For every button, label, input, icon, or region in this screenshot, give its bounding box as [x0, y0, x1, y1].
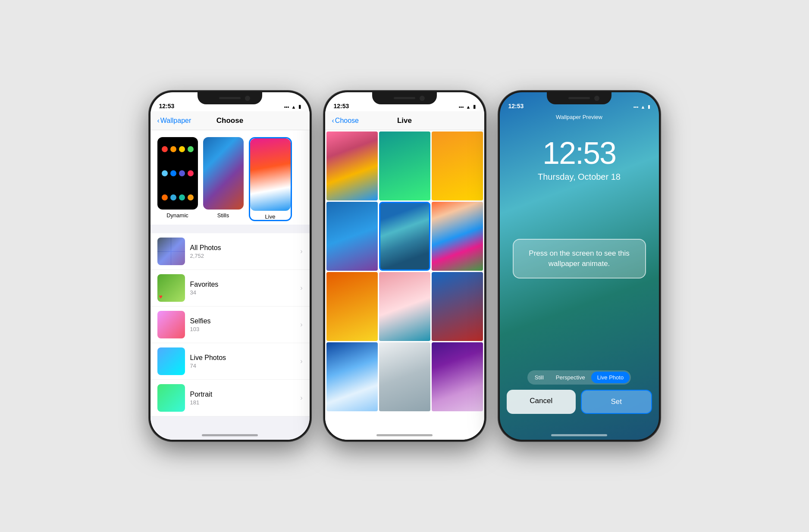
status-icons-2: ▪▪▪ ▲ ▮ [459, 104, 476, 110]
nav-back-1[interactable]: ‹ Wallpaper [157, 117, 191, 125]
status-time-2: 12:53 [334, 103, 349, 110]
animate-hint: Press on the screen to see this wallpape… [513, 239, 646, 279]
category-dynamic[interactable]: Dynamic [157, 137, 198, 221]
notch-2 [372, 92, 437, 104]
selfies-thumb [157, 311, 185, 338]
list-item-portrait[interactable]: Portrait 181 › [151, 380, 310, 416]
mode-still[interactable]: Still [529, 372, 550, 383]
grid-item-1[interactable] [326, 131, 378, 200]
portrait-title: Portrait [190, 391, 295, 398]
portrait-thumb [157, 384, 185, 412]
phone-1: 12:53 ▪▪▪ ▲ ▮ ‹ Wallpaper Choose [149, 91, 311, 441]
home-indicator-1 [202, 434, 258, 436]
preview-time: 12:53 [500, 135, 659, 171]
grid-item-4[interactable] [326, 202, 378, 271]
grid-item-9[interactable] [432, 272, 483, 341]
all-photos-thumb [157, 238, 185, 265]
phones-container: 12:53 ▪▪▪ ▲ ▮ ‹ Wallpaper Choose [132, 74, 677, 458]
chevron-icon: › [300, 247, 302, 255]
signal-icon-3: ▪▪▪ [633, 104, 639, 110]
dynamic-label: Dynamic [166, 212, 188, 219]
back-chevron-icon-2: ‹ [332, 117, 334, 125]
grid-item-10[interactable] [326, 342, 378, 411]
grid-item-3[interactable] [432, 131, 483, 200]
nav-title-2: Live [397, 116, 412, 125]
live-photos-title: Live Photos [190, 354, 295, 362]
live-photos-thumb [157, 347, 185, 375]
dynamic-thumb [157, 137, 198, 210]
chevron-icon-3: › [300, 321, 302, 329]
preview-date: Thursday, October 18 [500, 172, 659, 182]
chevron-icon-4: › [300, 357, 302, 365]
home-indicator-3 [551, 434, 607, 436]
stills-label: Stills [217, 212, 229, 219]
notch-3 [547, 92, 611, 104]
stills-thumb [203, 137, 244, 210]
phone-2: 12:53 ▪▪▪ ▲ ▮ ‹ Choose Live [324, 91, 486, 441]
cancel-button[interactable]: Cancel [507, 390, 576, 414]
live-thumb-preview [250, 138, 291, 211]
grid-item-2[interactable] [379, 131, 430, 200]
category-stills[interactable]: Stills [203, 137, 244, 221]
selfies-count: 103 [190, 326, 295, 332]
wifi-icon-2: ▲ [466, 104, 471, 110]
favorites-title: Favorites [190, 281, 295, 288]
all-photos-info: All Photos 2,752 [190, 244, 295, 259]
grid-item-12[interactable] [432, 342, 483, 411]
mode-perspective[interactable]: Perspective [550, 372, 591, 383]
nav-bar-1: ‹ Wallpaper Choose [151, 111, 310, 130]
nav-title-1: Choose [216, 116, 243, 125]
live-photos-info: Live Photos 74 [190, 354, 295, 369]
signal-icon: ▪▪▪ [284, 104, 289, 110]
heart-icon: ♥ [159, 293, 163, 300]
grid-item-11[interactable] [379, 342, 430, 411]
preview-background: Wallpaper Preview 12:53 ▪▪▪ ▲ ▮ 12:53 [500, 92, 659, 440]
selfies-title: Selfies [190, 317, 295, 325]
home-indicator-2 [376, 434, 433, 436]
list-item-live-photos[interactable]: Live Photos 74 › [151, 343, 310, 380]
bottom-controls: Still Perspective Live Photo Cancel Set [500, 370, 659, 414]
nav-back-2[interactable]: ‹ Choose [332, 117, 359, 125]
favorites-count: 34 [190, 289, 295, 296]
chevron-icon-2: › [300, 284, 302, 292]
signal-icon-2: ▪▪▪ [459, 104, 464, 110]
grid-item-6[interactable] [432, 202, 483, 271]
favorites-info: Favorites 34 [190, 281, 295, 296]
preview-status-icons: ▪▪▪ ▲ ▮ [633, 104, 650, 110]
battery-icon-3: ▮ [648, 104, 650, 110]
nav-bar-2: ‹ Choose Live [325, 111, 484, 130]
live-content [325, 130, 484, 440]
status-icons-1: ▪▪▪ ▲ ▮ [284, 104, 301, 110]
selfies-info: Selfies 103 [190, 317, 295, 332]
list-item-selfies[interactable]: Selfies 103 › [151, 307, 310, 343]
wifi-icon-3: ▲ [641, 104, 646, 110]
list-item-favorites[interactable]: ♥ Favorites 34 › [151, 270, 310, 307]
live-label: Live [265, 213, 276, 220]
grid-item-7[interactable] [326, 272, 378, 341]
mode-live-photo[interactable]: Live Photo [591, 372, 630, 383]
category-live[interactable]: Live [249, 137, 292, 221]
list-item-all-photos[interactable]: All Photos 2,752 › [151, 233, 310, 270]
portrait-count: 181 [190, 399, 295, 406]
back-chevron-icon: ‹ [157, 117, 160, 125]
all-photos-title: All Photos [190, 244, 295, 252]
wifi-icon: ▲ [292, 104, 296, 110]
phone-3: Wallpaper Preview 12:53 ▪▪▪ ▲ ▮ 12:53 [499, 91, 660, 441]
grid-item-5-selected[interactable] [379, 202, 430, 271]
action-buttons: Cancel Set [507, 390, 652, 414]
wallpaper-categories: Dynamic Stills [151, 130, 310, 225]
set-button[interactable]: Set [581, 390, 652, 414]
battery-icon: ▮ [298, 104, 301, 110]
mode-selector: Still Perspective Live Photo [527, 370, 631, 385]
wallpaper-grid [325, 130, 484, 413]
choose-content: Dynamic Stills [151, 130, 310, 440]
chevron-icon-5: › [300, 394, 302, 402]
wallpaper-preview-label: Wallpaper Preview [500, 114, 659, 120]
grid-item-8[interactable] [379, 272, 430, 341]
all-photos-count: 2,752 [190, 253, 295, 259]
preview-status-time: 12:53 [508, 103, 524, 110]
portrait-info: Portrait 181 [190, 391, 295, 406]
battery-icon-2: ▮ [473, 104, 476, 110]
favorites-thumb: ♥ [157, 274, 185, 302]
photo-list: All Photos 2,752 › ♥ Favorites [151, 233, 310, 416]
